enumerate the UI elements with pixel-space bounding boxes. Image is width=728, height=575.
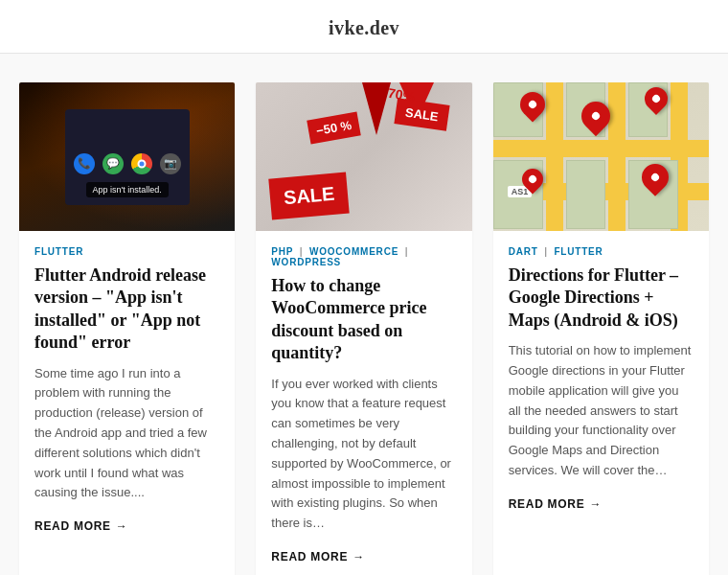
phone-icons: 📞 💬 📷: [74, 153, 181, 174]
arrow-icon-1: →: [116, 519, 128, 533]
messages-icon: 💬: [102, 153, 124, 174]
card-title-2: How to change WooCommerce price discount…: [271, 275, 456, 365]
arrow-icon-2: →: [353, 550, 365, 564]
card-image-android: 📞 💬 📷 App isn't installed.: [19, 82, 235, 231]
tag-wordpress[interactable]: WORDPRESS: [271, 257, 341, 267]
tag-flutter-3[interactable]: FLUTTER: [554, 246, 603, 257]
card-tags-1: FLUTTER: [34, 246, 219, 257]
map-block-5: [566, 160, 605, 229]
card-flutter-android: 📞 💬 📷 App isn't installed. FLUTTER Flutt…: [19, 82, 235, 575]
map-pin-5: [522, 169, 543, 190]
cards-grid: 📞 💬 📷 App isn't installed. FLUTTER Flutt…: [19, 82, 709, 575]
card-title-1: Flutter Android release version – "App i…: [34, 264, 219, 355]
card-image-map: AS1: [493, 82, 709, 231]
card-body-2: PHP | WOOCOMMERCE | WORDPRESS How to cha…: [256, 231, 471, 575]
separator-3: |: [544, 246, 551, 257]
tag-flutter[interactable]: FLUTTER: [34, 246, 83, 257]
card-excerpt-1: Some time ago I run into a problem with …: [34, 364, 219, 504]
card-tags-3: DART | FLUTTER: [509, 246, 694, 257]
separator-1: |: [300, 246, 307, 257]
read-more-2[interactable]: READ MORE →: [271, 550, 365, 564]
chrome-icon: [131, 153, 152, 174]
site-title[interactable]: ivke.dev: [0, 17, 728, 39]
road-v1: [546, 82, 563, 231]
phone-icon: 📞: [74, 153, 95, 174]
read-more-1[interactable]: READ MORE →: [34, 519, 128, 533]
road-v2: [608, 82, 626, 231]
sale-big-tag: SALE: [269, 172, 351, 220]
tag-dart[interactable]: DART: [509, 246, 538, 257]
map-pin-4: [642, 164, 669, 191]
card-title-3: Directions for Flutter – Google Directio…: [509, 264, 694, 332]
card-excerpt-2: If you ever worked with clients you know…: [271, 375, 456, 534]
phone-screen: 📞 💬 📷 App isn't installed.: [65, 109, 190, 205]
separator-2: |: [405, 246, 409, 257]
map-pin-2: [581, 102, 610, 130]
camera-icon: 📷: [160, 153, 181, 174]
card-flutter-maps: AS1 DART: [493, 82, 709, 575]
card-image-sale: −50 % SALE SALE 70%: [256, 82, 471, 231]
tag-php[interactable]: PHP: [271, 246, 293, 257]
card-woocommerce: −50 % SALE SALE 70% PHP | WOOCOMMERCE | …: [256, 82, 471, 575]
site-header: ivke.dev: [0, 0, 728, 54]
tag-woocommerce[interactable]: WOOCOMMERCE: [309, 246, 398, 257]
map-pin-1: [520, 92, 545, 117]
card-excerpt-3: This tutorial on how to implement Google…: [509, 341, 694, 481]
arrow-icon-3: →: [589, 497, 602, 511]
card-body-3: DART | FLUTTER Directions for Flutter – …: [493, 231, 709, 525]
read-more-3[interactable]: READ MORE →: [509, 497, 603, 511]
app-not-installed-label: App isn't installed.: [86, 182, 169, 197]
card-tags-2: PHP | WOOCOMMERCE | WORDPRESS: [271, 246, 456, 267]
main-content: 📞 💬 📷 App isn't installed. FLUTTER Flutt…: [0, 54, 728, 575]
card-body-1: FLUTTER Flutter Android release version …: [19, 231, 235, 547]
map-pin-3: [645, 87, 668, 110]
